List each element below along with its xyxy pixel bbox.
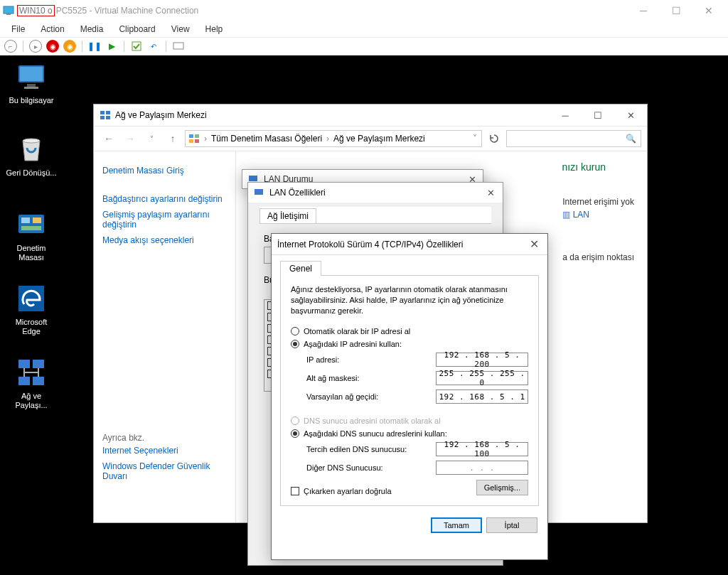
menu-action[interactable]: Action [33, 23, 71, 36]
breadcrumb[interactable]: › Tüm Denetim Masası Öğeleri › Ağ ve Pay… [185, 130, 482, 147]
svg-rect-2 [132, 42, 141, 50]
desktop-icon-this-pc[interactable]: Bu bilgisayar [4, 61, 58, 106]
svg-rect-12 [21, 226, 41, 230]
preferred-dns-input[interactable]: 192 . 168 . 5 . 100 [436, 442, 528, 456]
radio-icon [291, 327, 299, 335]
cancel-button[interactable]: İptal [486, 517, 537, 533]
radio-auto-ip[interactable]: Otomatik olarak bir IP adresi al [291, 325, 528, 338]
window-ipv4-properties: İnternet Protokolü Sürüm 4 (TCP/IPv4) Öz… [271, 233, 548, 560]
network-center-icon [100, 109, 111, 121]
ctrl-alt-del-icon[interactable]: ⌐ [4, 40, 17, 53]
host-titlebar: WIN10 o PC5525 - Virtual Machine Connect… [0, 0, 728, 21]
menu-help[interactable]: Help [198, 23, 230, 36]
network-icon [16, 357, 47, 388]
svg-rect-26 [249, 176, 257, 181]
nsc-title: Ağ ve Paylaşım Merkezi [115, 110, 549, 120]
svg-rect-22 [189, 134, 193, 138]
edge-icon [16, 283, 47, 314]
desktop-icon-recycle-bin[interactable]: Geri Dönüşü... [4, 134, 58, 178]
lan-props-close-button[interactable]: ✕ [478, 182, 503, 203]
reset-icon[interactable]: ▶ [105, 40, 118, 53]
nsc-titlebar[interactable]: Ağ ve Paylaşım Merkezi ─ ☐ ✕ [94, 104, 647, 126]
ip-address-input[interactable]: 192 . 168 . 5 . 200 [436, 353, 528, 367]
preferred-dns-label: Tercih edilen DNS sunucusu: [306, 445, 436, 453]
tab-networking[interactable]: Ağ İletişimi [259, 208, 316, 223]
nic-icon [254, 187, 265, 198]
revert-icon[interactable]: ↶ [147, 40, 160, 53]
svg-rect-24 [189, 139, 193, 143]
svg-rect-1 [6, 14, 11, 15]
nsc-sidebar: Denetim Masası Giriş Bağdaştırıcı ayarla… [94, 151, 236, 522]
subnet-mask-label: Alt ağ maskesi: [306, 374, 436, 382]
ipv4-description: Ağınız destekliyorsa, IP ayarlarının oto… [291, 284, 528, 316]
lan-connection-link[interactable]: ▥ LAN [562, 210, 634, 220]
nsc-close-button[interactable]: ✕ [614, 104, 647, 126]
alternate-dns-input[interactable]: . . . [436, 461, 528, 475]
pause-icon[interactable]: ❚❚ [88, 40, 101, 53]
radio-use-dns[interactable]: Aşağıdaki DNS sunucu adreslerini kullan: [291, 427, 528, 440]
back-button[interactable]: ← [100, 129, 118, 148]
sidebar-link-sharing[interactable]: Gelişmiş paylaşım ayarlarını değiştirin [102, 207, 227, 232]
enhanced-session-icon[interactable] [172, 40, 185, 53]
gateway-label: Varsayılan ağ geçidi: [306, 392, 436, 401]
svg-rect-15 [33, 360, 44, 368]
gateway-input[interactable]: 192 . 168 . 5 . 1 [436, 389, 528, 404]
nsc-maximize-button[interactable]: ☐ [582, 104, 614, 126]
svg-rect-6 [27, 84, 36, 87]
control-panel-icon [16, 209, 47, 240]
desktop-icon-control-panel[interactable]: Denetim Masası [4, 209, 58, 263]
menu-file[interactable]: File [4, 23, 32, 36]
host-title-rest: PC5525 - Virtual Machine Connection [56, 6, 199, 16]
maximize-button[interactable]: ☐ [660, 0, 692, 21]
breadcrumb-item-1[interactable]: Tüm Denetim Masası Öğeleri [211, 134, 322, 144]
start-icon[interactable]: ▸ [29, 40, 42, 53]
sidebar-link-media[interactable]: Medya akışı seçenekleri [102, 232, 227, 248]
up-button[interactable]: ↑ [164, 129, 182, 148]
breadcrumb-dropdown-icon[interactable]: ˅ [473, 134, 477, 144]
svg-rect-21 [106, 116, 110, 119]
sidebar-link-adapter[interactable]: Bağdaştırıcı ayarlarını değiştirin [102, 191, 227, 207]
shutdown-icon[interactable]: ◉ [63, 40, 76, 53]
advanced-button[interactable]: Gelişmiş... [476, 480, 528, 495]
svg-rect-17 [33, 377, 44, 385]
hyperv-icon [3, 5, 14, 16]
menu-view[interactable]: View [164, 23, 197, 36]
sidebar-link-home[interactable]: Denetim Masası Giriş [102, 163, 227, 178]
radio-icon [291, 340, 299, 348]
menu-clipboard[interactable]: Clipboard [112, 23, 162, 36]
svg-rect-18 [100, 111, 105, 114]
forward-button[interactable]: → [121, 129, 139, 148]
desktop-icon-network-sharing[interactable]: Ağ ve Paylaşı... [4, 357, 58, 411]
radio-use-ip[interactable]: Aşağıdaki IP adresini kullan: [291, 338, 528, 350]
recycle-bin-icon [16, 134, 47, 165]
vm-name-highlight: WIN10 o [17, 5, 55, 16]
turnoff-icon[interactable]: ◉ [46, 40, 59, 53]
checkpoint-icon[interactable] [130, 40, 143, 53]
menu-media[interactable]: Media [73, 23, 111, 36]
close-button[interactable]: ✕ [692, 0, 725, 21]
sidebar-link-inetopts[interactable]: Internet Seçenekleri [102, 443, 227, 458]
ok-button[interactable]: Tamam [431, 517, 482, 533]
nsc-minimize-button[interactable]: ─ [549, 104, 582, 126]
history-dropdown[interactable]: ˅ [142, 129, 161, 148]
subnet-mask-input[interactable]: 255 . 255 . 255 . 0 [436, 371, 528, 385]
host-menubar: File Action Media Clipboard View Help [0, 21, 728, 37]
alternate-dns-label: Diğer DNS Sunucusu: [306, 463, 436, 472]
svg-rect-14 [18, 360, 30, 368]
ipv4-close-button[interactable]: ✕ [520, 234, 547, 255]
svg-rect-27 [255, 189, 263, 195]
ipv4-title: İnternet Protokolü Sürüm 4 (TCP/IPv4) Öz… [277, 240, 520, 249]
control-panel-category-icon [188, 133, 200, 144]
desktop-icon-edge[interactable]: Microsoft Edge [4, 283, 58, 337]
host-toolbar: ⌐ ▸ ◉ ◉ ❚❚ ▶ ↶ [0, 37, 728, 55]
breadcrumb-item-2[interactable]: Ağ ve Paylaşım Merkezi [333, 134, 425, 144]
sidebar-link-defender[interactable]: Windows Defender Güvenlik Duvarı [102, 458, 227, 484]
radio-icon [291, 417, 299, 425]
svg-rect-10 [21, 217, 30, 223]
radio-icon [291, 429, 299, 438]
minimize-button[interactable]: ─ [627, 0, 660, 21]
tab-general[interactable]: Genel [280, 261, 321, 276]
search-input[interactable]: 🔍 [506, 130, 641, 147]
refresh-button[interactable] [485, 129, 503, 148]
svg-rect-19 [106, 111, 110, 114]
